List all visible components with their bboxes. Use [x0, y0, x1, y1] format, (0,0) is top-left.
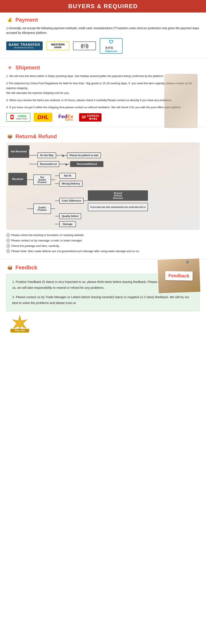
return-note-2: ② Please contact us by meesage, e-mail, …: [6, 238, 200, 243]
payment-description: 1.Generally, we accept the following pay…: [6, 26, 200, 35]
page-header: BUYERS & REQUIRED: [0, 0, 206, 12]
flowchart-container: Not Received On the Way: [6, 142, 200, 230]
quality-problem-box: QualityProblem: [33, 204, 51, 214]
bottom-badge-area: Your Text: [0, 311, 206, 338]
feedback-card: Feedback: [165, 271, 193, 280]
payment-title: 💰 Payment: [6, 16, 200, 23]
dhl-logo: DHL: [34, 113, 52, 122]
fedex-logo: FedEx Express: [56, 112, 76, 122]
bank-transfer-line1: BANK TRANSFER: [9, 43, 40, 47]
resend-refund-box: ResendRefundDiscount: [88, 190, 148, 201]
shipment-wrapper: 1. We will sent the items within 2-5days…: [6, 74, 200, 122]
payment-logos: BANK TRANSFER INTERNATIONAL WESTERN UNIO…: [6, 38, 200, 54]
shipment-title: ✈ Shipment: [6, 64, 200, 71]
feedback-image-area: Feedback: [158, 258, 200, 293]
return-note-4: ④ Please Note: Men made defects are not …: [6, 249, 200, 254]
quality-defect-box: Quality Defect: [59, 213, 81, 219]
alipay-text: 支付宝 Alipay.com: [105, 46, 117, 52]
shipment-section: ✈ Shipment 1. We will sent the items wit…: [0, 60, 206, 126]
star-burst-svg: Your Text: [6, 314, 33, 333]
moneybookers-logo: ((©)): [73, 42, 96, 50]
star-badge: Your Text: [6, 314, 33, 333]
return-note-3: ③ Check the package and Item, carefully.: [6, 244, 200, 248]
payment-section: 💰 Payment 1.Generally, we accept the fol…: [0, 12, 206, 57]
please-be-patient-box: Please be patient to wait: [67, 152, 101, 158]
moneybookers-symbol: ((©)): [81, 43, 88, 48]
color-difference-box: Color Difference: [59, 198, 84, 204]
not-received-flow: Not Received On the Way: [8, 145, 196, 167]
china-post-icon: 📮: [9, 115, 15, 120]
return-icon: 📦: [6, 133, 13, 140]
bank-transfer-logo: BANK TRANSFER INTERNATIONAL: [6, 42, 43, 50]
return-notes: ① Please check the tracking in formation…: [6, 233, 200, 253]
sf-express-logo: SF EXPRESS 顺丰速运: [79, 113, 102, 122]
return-title: 📦 Return& Refund: [6, 133, 200, 140]
return-note-1: ① Please check the tracking in formation…: [6, 233, 200, 238]
wrong-delivery-box: Wrong Delivery: [59, 181, 83, 186]
shipment-icon: ✈: [6, 64, 13, 71]
payment-icon: 💰: [6, 16, 13, 23]
western-union-sub: UNION: [54, 46, 61, 48]
alipay-shield-icon: 🛡: [109, 40, 113, 45]
feedback-point-2: 2. Please contact us by Trade Manager or…: [12, 294, 194, 306]
return-section: 📦 Return& Refund Not Received: [0, 129, 206, 258]
western-union-logo: WESTERN UNION: [46, 42, 69, 50]
not-quality-box: NotQualityProblem: [33, 174, 51, 185]
china-post-logo: 📮 中国邮政 CHINA POST: [6, 113, 30, 122]
bank-transfer-line2: INTERNATIONAL: [14, 47, 35, 49]
shipment-person-image: [164, 74, 198, 128]
if-you-have-box: If you have any else requirements you co…: [88, 203, 148, 211]
header-title: BUYERS & REQUIRED: [68, 3, 138, 10]
flowchart: Not Received On the Way: [8, 145, 196, 227]
feedback-icon: 📦: [6, 264, 13, 271]
not-received-box: Not Received: [8, 145, 29, 158]
feedback-section: 📦 Feedbck Feedback 1. Positive Feedback …: [0, 261, 206, 311]
damage-box: Damage: [59, 221, 76, 227]
alipay-logo: 🛡 支付宝 Alipay.com: [100, 38, 122, 54]
received-box: Received: [8, 173, 27, 185]
received-lost-box: Received/Lost: [37, 161, 59, 167]
not-fit-box: Not fit: [59, 173, 76, 179]
v-connector-top: [29, 145, 29, 150]
received-flow: Received NotQualityProblem: [8, 173, 196, 227]
on-the-way-box: On the Way: [37, 152, 56, 158]
svg-text:Your Text: Your Text: [14, 329, 25, 332]
received-refund-box: Received/Refund: [70, 161, 103, 167]
western-union-text: WESTERN: [51, 43, 65, 46]
